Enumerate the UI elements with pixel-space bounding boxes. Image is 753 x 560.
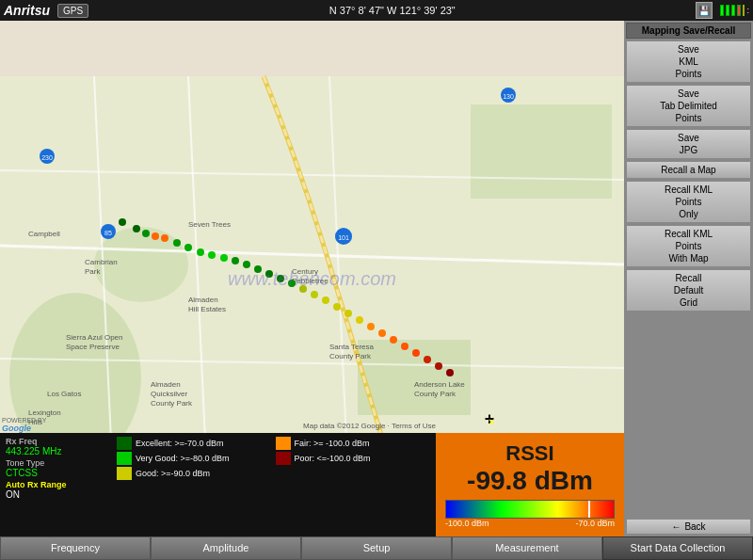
rssi-value: -99.8 dBm bbox=[467, 466, 593, 496]
app: Anritsu GPS N 37° 8' 47" W 121° 39' 23" … bbox=[0, 0, 753, 560]
rssi-max: -70.0 dBm bbox=[575, 519, 615, 528]
map-credit: Map data ©2012 Google · Terms of Use bbox=[303, 422, 436, 430]
coordinates: N 37° 8' 47" W 121° 39' 23" bbox=[96, 5, 688, 16]
signal-colon: : bbox=[746, 6, 749, 15]
svg-text:Century: Century bbox=[292, 267, 318, 276]
svg-point-38 bbox=[335, 228, 352, 245]
svg-point-70 bbox=[435, 362, 442, 370]
svg-text:Hill Estates: Hill Estates bbox=[188, 305, 226, 313]
svg-text:Lexington: Lexington bbox=[28, 408, 61, 417]
svg-text:101: 101 bbox=[338, 234, 349, 241]
tone-val: CTCSS bbox=[6, 468, 107, 478]
spacer bbox=[626, 313, 751, 517]
svg-point-55 bbox=[265, 270, 273, 278]
tone-label: Tone Type bbox=[6, 458, 107, 468]
svg-text:Santa Teresa: Santa Teresa bbox=[329, 343, 375, 351]
svg-line-10 bbox=[0, 359, 624, 368]
svg-text:Almaden: Almaden bbox=[188, 296, 218, 304]
back-button[interactable]: ←Back bbox=[626, 519, 751, 535]
rssi-panel: RSSI -99.8 dBm -100.0 dBm -70.0 dBm bbox=[436, 433, 624, 536]
svg-point-69 bbox=[424, 356, 431, 363]
svg-text:County Park: County Park bbox=[329, 352, 372, 360]
svg-point-50 bbox=[208, 251, 216, 259]
save-kml-button[interactable]: SaveKMLPoints bbox=[626, 40, 751, 83]
save-jpg-button[interactable]: SaveJPG bbox=[626, 129, 751, 159]
legend-text-good: Good: >=-90.0 dBm bbox=[136, 469, 210, 478]
google-text: Google bbox=[2, 424, 46, 433]
svg-point-45 bbox=[152, 232, 159, 240]
signal-bar: : bbox=[720, 5, 749, 16]
recall-default-button[interactable]: RecallDefaultGrid bbox=[626, 269, 751, 312]
powered-by-text: POWERED BY bbox=[2, 417, 46, 424]
recall-default-section: RecallDefaultGrid bbox=[626, 269, 751, 312]
tab-measurement[interactable]: Measurement bbox=[452, 536, 602, 560]
svg-point-40 bbox=[501, 88, 516, 103]
tab-setup[interactable]: Setup bbox=[301, 536, 452, 560]
auto-rx-val: ON bbox=[6, 489, 107, 500]
legend-color-verygood bbox=[117, 452, 132, 465]
rssi-bar bbox=[445, 500, 615, 519]
svg-text:Quicksilver: Quicksilver bbox=[151, 390, 187, 398]
svg-text:✕: ✕ bbox=[488, 417, 495, 427]
svg-text:Sierra Azul Open: Sierra Azul Open bbox=[66, 333, 122, 342]
recall-kml-only-section: Recall KMLPointsOnly bbox=[626, 181, 751, 223]
legend-color-good bbox=[117, 467, 132, 480]
svg-text:Pebbletree: Pebbletree bbox=[292, 277, 328, 285]
svg-point-51 bbox=[220, 254, 228, 262]
signal-seg-4 bbox=[737, 5, 741, 16]
recall-kml-only-button[interactable]: Recall KMLPointsOnly bbox=[626, 181, 751, 223]
svg-point-60 bbox=[322, 296, 329, 304]
svg-point-58 bbox=[299, 285, 307, 293]
save-icon[interactable]: 💾 bbox=[696, 2, 713, 19]
svg-text:County Park: County Park bbox=[151, 399, 193, 408]
rssi-scale: -100.0 dBm -70.0 dBm bbox=[445, 519, 615, 528]
svg-line-5 bbox=[0, 246, 624, 264]
svg-point-65 bbox=[378, 329, 386, 337]
svg-text:Almaden: Almaden bbox=[151, 380, 181, 389]
recall-map-section: Recall a Map bbox=[626, 161, 751, 179]
save-kml-section: SaveKMLPoints bbox=[626, 40, 751, 83]
legend-fair: Fair: >= -100.0 dBm bbox=[276, 437, 433, 450]
svg-line-8 bbox=[329, 76, 348, 481]
signal-seg-3 bbox=[731, 5, 735, 16]
recall-kml-map-button[interactable]: Recall KMLPointsWith Map bbox=[626, 225, 751, 267]
svg-point-66 bbox=[390, 336, 397, 344]
rx-freq-val: 443.225 MHz bbox=[6, 446, 107, 456]
svg-point-48 bbox=[184, 244, 192, 251]
powered-by: POWERED BY Google bbox=[2, 417, 46, 433]
map-area: Campbell Los Gatos Morgan Hill Cambrian … bbox=[0, 21, 624, 536]
svg-text:Cambrian: Cambrian bbox=[85, 258, 118, 266]
legend-text-verygood: Very Good: >=-80.0 dBm bbox=[136, 454, 230, 463]
svg-rect-0 bbox=[0, 76, 624, 481]
svg-point-52 bbox=[232, 257, 239, 264]
legend-poor: Poor: <=-100.0 dBm bbox=[276, 452, 433, 465]
svg-point-62 bbox=[344, 310, 352, 317]
tab-frequency[interactable]: Frequency bbox=[0, 536, 151, 560]
svg-point-43 bbox=[133, 225, 140, 232]
tab-start-data[interactable]: Start Data Collection bbox=[602, 536, 753, 560]
svg-point-44 bbox=[142, 230, 150, 237]
svg-point-64 bbox=[367, 323, 375, 330]
svg-point-53 bbox=[243, 261, 250, 268]
svg-text:Los Gatos: Los Gatos bbox=[47, 390, 81, 398]
svg-point-71 bbox=[446, 369, 454, 376]
svg-point-32 bbox=[40, 149, 55, 164]
signal-arrow bbox=[743, 5, 745, 16]
legend-text-poor: Poor: <=-100.0 dBm bbox=[295, 454, 371, 463]
recall-map-button[interactable]: Recall a Map bbox=[626, 161, 751, 179]
logo: Anritsu bbox=[4, 3, 50, 18]
svg-text:230: 230 bbox=[41, 154, 53, 161]
legend-verygood: Very Good: >=-80.0 dBm bbox=[117, 452, 274, 465]
signal-seg-1 bbox=[720, 5, 724, 16]
svg-text:County Park: County Park bbox=[414, 390, 457, 398]
left-info: Rx Freq 443.225 MHz Tone Type CTCSS Auto… bbox=[0, 433, 113, 536]
main-area: Campbell Los Gatos Morgan Hill Cambrian … bbox=[0, 21, 753, 536]
tab-amplitude[interactable]: Amplitude bbox=[151, 536, 301, 560]
legend-area: Excellent: >=-70.0 dBm Fair: >= -100.0 d… bbox=[113, 433, 436, 536]
svg-line-6 bbox=[94, 76, 113, 481]
svg-text:Seven Trees: Seven Trees bbox=[188, 220, 231, 229]
save-tab-button[interactable]: SaveTab DelimitedPoints bbox=[626, 85, 751, 127]
svg-point-68 bbox=[412, 349, 420, 357]
tabbar: Frequency Amplitude Setup Measurement St… bbox=[0, 536, 753, 560]
right-panel-title: Mapping Save/Recall bbox=[626, 23, 751, 39]
